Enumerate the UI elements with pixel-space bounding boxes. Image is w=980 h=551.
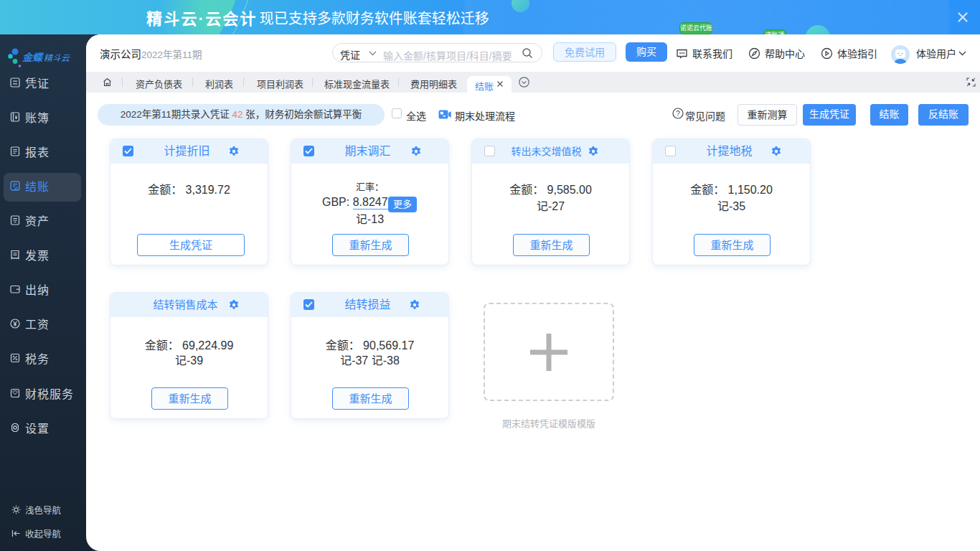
- svg-text:?: ?: [676, 110, 680, 118]
